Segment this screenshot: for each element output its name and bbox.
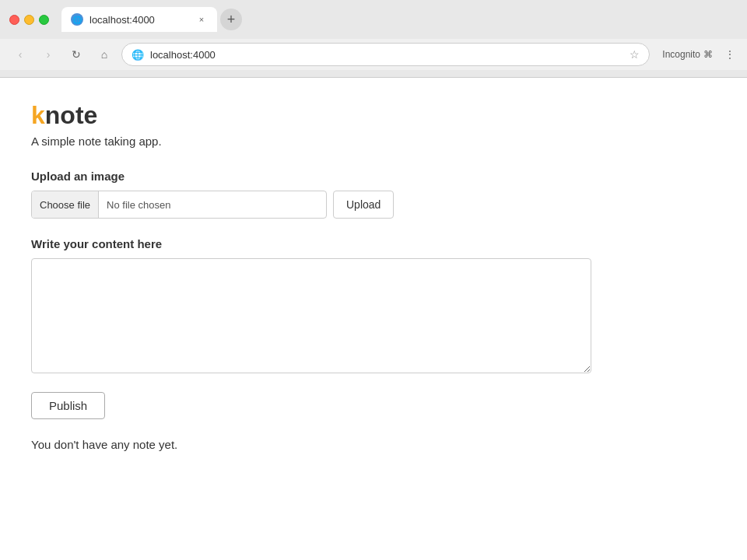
address-bar-input[interactable] [150, 49, 623, 61]
content-label: Write your content here [31, 237, 716, 250]
lock-icon: 🌐 [132, 49, 144, 61]
nav-forward-button[interactable]: › [37, 44, 59, 65]
globe-icon: 🌐 [72, 16, 82, 24]
more-options-button[interactable]: ⋮ [722, 46, 738, 63]
tab-close-button[interactable]: × [195, 13, 208, 26]
traffic-light-yellow[interactable] [24, 15, 34, 25]
new-tab-button[interactable]: + [220, 9, 242, 30]
app-tagline: A simple note taking app. [31, 135, 716, 148]
nav-refresh-button[interactable]: ↻ [65, 44, 87, 65]
empty-notes-message: You don't have any note yet. [31, 438, 716, 451]
more-icon: ⋮ [725, 49, 735, 60]
incognito-label: Incognito [662, 49, 700, 60]
back-icon: ‹ [19, 48, 23, 61]
file-input-wrapper[interactable]: Choose file No file chosen [31, 191, 327, 219]
upload-label: Upload an image [31, 170, 716, 183]
traffic-light-green[interactable] [39, 15, 49, 25]
bookmark-icon[interactable]: ☆ [630, 48, 640, 61]
upload-section: Upload an image Choose file No file chos… [31, 170, 716, 219]
browser-menu: Incognito ⌘ ⋮ [659, 46, 738, 63]
incognito-icon: ⌘ [703, 49, 713, 60]
close-icon: × [199, 15, 204, 24]
browser-toolbar: ‹ › ↻ ⌂ 🌐 ☆ Incognito ⌘ ⋮ [0, 39, 747, 70]
tab-favicon: 🌐 [71, 13, 83, 26]
file-upload-row: Choose file No file chosen Upload [31, 191, 716, 219]
home-icon: ⌂ [101, 48, 107, 61]
logo-note: note [45, 101, 98, 129]
upload-button[interactable]: Upload [333, 191, 394, 219]
app-logo: knote [31, 101, 716, 130]
forward-icon: › [47, 48, 51, 61]
refresh-icon: ↻ [72, 48, 81, 61]
content-section: Write your content here [31, 237, 716, 376]
nav-back-button[interactable]: ‹ [9, 44, 31, 65]
browser-chrome: 🌐 localhost:4000 × + ‹ › ↻ ⌂ 🌐 ☆ [0, 0, 747, 78]
incognito-button[interactable]: Incognito ⌘ [659, 46, 716, 63]
traffic-light-red[interactable] [9, 15, 19, 25]
page-content: knote A simple note taking app. Upload a… [0, 78, 747, 560]
publish-button[interactable]: Publish [31, 392, 105, 419]
content-textarea[interactable] [31, 258, 591, 373]
browser-titlebar: 🌐 localhost:4000 × + [0, 0, 747, 39]
tab-title: localhost:4000 [89, 14, 189, 26]
logo-k: k [31, 101, 45, 129]
choose-file-button[interactable]: Choose file [32, 191, 99, 218]
address-bar-container[interactable]: 🌐 ☆ [121, 43, 650, 66]
traffic-lights [9, 15, 49, 25]
browser-tab-active[interactable]: 🌐 localhost:4000 × [61, 7, 217, 32]
no-file-text: No file chosen [99, 199, 178, 211]
nav-home-button[interactable]: ⌂ [93, 44, 115, 65]
tab-bar: 🌐 localhost:4000 × + [61, 7, 738, 32]
